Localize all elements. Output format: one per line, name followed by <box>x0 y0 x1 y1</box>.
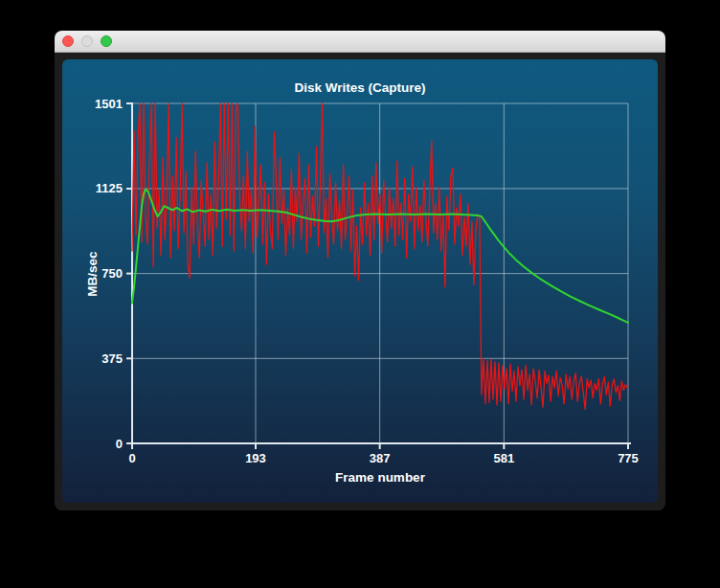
zoom-button[interactable] <box>101 35 112 47</box>
y-axis-label: MB/sec <box>85 251 100 297</box>
x-tick-label: 193 <box>245 451 266 465</box>
y-tick-label: 750 <box>101 266 123 281</box>
x-axis-label: Frame number <box>335 470 426 485</box>
chart-title: Disk Writes (Capture) <box>294 80 425 95</box>
titlebar[interactable] <box>55 31 665 53</box>
tick-marks <box>126 103 628 449</box>
window: 0193387581775037575011251501 Disk Writes… <box>55 31 665 510</box>
y-tick-label: 375 <box>101 351 123 366</box>
y-tick-label: 0 <box>116 437 123 451</box>
disk-writes-chart: 0193387581775037575011251501 Disk Writes… <box>62 59 658 503</box>
y-tick-label: 1501 <box>95 97 123 111</box>
grid-lines <box>132 103 628 443</box>
chart-panel: 0193387581775037575011251501 Disk Writes… <box>62 59 658 503</box>
close-button[interactable] <box>62 35 74 47</box>
x-tick-label: 581 <box>493 451 514 465</box>
window-content: 0193387581775037575011251501 Disk Writes… <box>55 53 665 510</box>
x-tick-label: 387 <box>370 451 391 465</box>
desktop: { "window": { "controls": { "close_color… <box>0 0 720 588</box>
x-tick-label: 0 <box>128 451 135 465</box>
x-tick-label: 775 <box>618 451 639 465</box>
y-tick-label: 1125 <box>96 181 123 195</box>
minimize-button[interactable] <box>81 35 93 47</box>
